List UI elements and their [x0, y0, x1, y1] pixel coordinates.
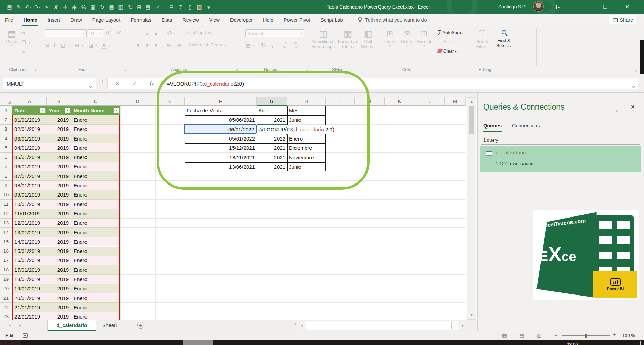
row-header-4[interactable]: 4: [0, 134, 12, 143]
filter-dropdown-icon[interactable]: ▼: [40, 108, 46, 113]
row-header-3[interactable]: 3: [0, 125, 12, 134]
calendar-header-month-name[interactable]: Month Name▼: [71, 106, 120, 115]
sales-header[interactable]: Mes: [287, 106, 326, 115]
ribbon-tab-file[interactable]: File: [0, 14, 18, 26]
ribbon-tab-formulas[interactable]: Formulas: [125, 14, 156, 26]
row-header-19[interactable]: 19: [0, 275, 12, 284]
ribbon-tab-power-pivot[interactable]: Power Pivot: [279, 14, 315, 26]
sales-cell-year[interactable]: 2021: [257, 153, 287, 162]
italic-button[interactable]: I: [54, 42, 55, 48]
column-header-H[interactable]: H: [287, 97, 326, 106]
sales-cell-month[interactable]: Enero: [287, 134, 326, 143]
formula-bar-resizer[interactable]: ⋮: [100, 79, 105, 85]
paste-values-icon[interactable]: %: [79, 0, 88, 14]
row-header-21[interactable]: 21: [0, 293, 12, 303]
paste-special-icon[interactable]: ▤▾: [144, 0, 153, 14]
format-painter-button[interactable]: ✑: [21, 49, 26, 55]
grow-font-button[interactable]: A▴: [106, 30, 111, 36]
zoom-in-button[interactable]: +: [613, 332, 616, 338]
vertical-scroll-thumb[interactable]: [469, 106, 474, 134]
number-format-combo[interactable]: General ▾: [245, 29, 304, 37]
clear-filter-icon[interactable]: ✘: [51, 0, 60, 14]
number-dialog-launcher[interactable]: ↘: [306, 68, 308, 71]
hscroll-left-icon[interactable]: ◂: [298, 321, 305, 330]
shrink-font-button[interactable]: A▾: [117, 30, 121, 35]
spelling-icon[interactable]: ✓: [153, 0, 162, 14]
column-header-D[interactable]: D: [120, 97, 155, 106]
sheet-nav-right-icon[interactable]: ▸: [19, 323, 22, 328]
restore-button[interactable]: ❐: [598, 0, 613, 14]
account-name[interactable]: Santiago S.P.: [498, 0, 526, 14]
row-header-6[interactable]: 6: [0, 153, 12, 162]
align-center-icon[interactable]: ≡: [146, 42, 149, 48]
pane-collapse-icon[interactable]: [615, 107, 618, 113]
sales-cell-month[interactable]: Junio: [287, 162, 326, 171]
query-name[interactable]: d_calendario: [496, 149, 526, 156]
page-layout-view-icon[interactable]: ▤: [519, 332, 524, 338]
column-header-I[interactable]: I: [326, 97, 355, 106]
autosum-qat-icon[interactable]: ∑: [176, 0, 185, 14]
select-all-corner[interactable]: [0, 97, 12, 106]
font-dialog-launcher[interactable]: ↘: [124, 68, 126, 71]
align-middle-icon[interactable]: ≡: [146, 31, 149, 36]
share-button[interactable]: Share: [609, 15, 636, 24]
font-size-combo[interactable]: 11 ▾: [88, 29, 103, 37]
autosum-button[interactable]: ∑ AutoSum ▾: [438, 29, 463, 35]
cancel-button[interactable]: ✕: [112, 78, 123, 89]
new-document-icon[interactable]: ▯: [185, 0, 195, 14]
row-header-2[interactable]: 2: [0, 115, 12, 124]
tabbar-resizer[interactable]: ⋮: [293, 322, 297, 327]
insert-cells-button[interactable]: ⊞ Insert▾: [382, 29, 398, 47]
print-preview-icon[interactable]: ◉: [70, 0, 79, 14]
pane-close-icon[interactable]: ✕: [630, 103, 635, 111]
align-bottom-icon[interactable]: ≡: [155, 31, 158, 37]
print-icon[interactable]: ▣: [88, 0, 98, 14]
minimize-button[interactable]: —: [576, 0, 591, 14]
clipboard-dialog-launcher[interactable]: ↘: [34, 68, 37, 71]
taskbar-item[interactable]: [183, 340, 213, 345]
fill-button[interactable]: ↓ Fill ▾: [438, 39, 452, 44]
zoom-level[interactable]: 100 %: [622, 333, 635, 338]
sales-cell-month[interactable]: Noviembre: [287, 153, 326, 162]
conditional-formatting-button[interactable]: ◫ ConditionalFormatting ▾: [311, 29, 336, 50]
column-header-E[interactable]: E: [155, 97, 185, 106]
qat-customize-icon[interactable]: ▾: [204, 0, 213, 14]
align-right-icon[interactable]: ≡: [155, 42, 158, 48]
sales-cell-date[interactable]: 18/11/2021: [185, 153, 257, 162]
cell-styles-button[interactable]: ◧ CellStyles ▾: [359, 29, 377, 50]
bold-button[interactable]: B: [45, 42, 49, 48]
sales-cell-date[interactable]: 05/01/2022: [185, 134, 257, 143]
copy-button[interactable]: ❐: [21, 40, 26, 46]
query-item[interactable]: d_calendario 1.127 rows loaded.: [480, 146, 641, 172]
decrease-indent-button[interactable]: ⇤: [167, 42, 171, 48]
column-header-M[interactable]: M: [445, 97, 466, 106]
format-as-table-button[interactable]: ▦ Format asTable ▾: [337, 29, 359, 50]
row-header-15[interactable]: 15: [0, 237, 12, 246]
view-grid-icon[interactable]: ⊞: [135, 0, 144, 14]
expand-formula-bar-icon[interactable]: [632, 82, 634, 89]
edit-table-icon[interactable]: ▨: [195, 0, 204, 14]
calendar-header-date[interactable]: Date▼: [12, 106, 47, 115]
sales-cell-date[interactable]: 13/06/2021: [185, 162, 257, 171]
row-header-11[interactable]: 11: [0, 200, 12, 209]
scroll-down-icon[interactable]: ▼: [467, 311, 476, 319]
formula-text[interactable]: =VLOOKUP(F3;d_calendario;2;0): [167, 78, 244, 89]
horizontal-scrollbar[interactable]: [305, 321, 459, 330]
undo-icon[interactable]: ↶▾: [23, 0, 33, 14]
formula-input-area[interactable]: ✕ ✓ fx =VLOOKUP(F3;d_calendario;2;0): [107, 78, 638, 89]
decrease-decimal-button[interactable]: .00 →.0: [292, 42, 298, 48]
resize-icon[interactable]: ✛: [60, 0, 70, 14]
sort-filter-button[interactable]: A▼Z Sort &Filter ▾: [473, 29, 492, 50]
column-header-J[interactable]: J: [355, 97, 385, 106]
tell-me-box[interactable]: Tell me what you want to do: [357, 14, 427, 26]
row-header-18[interactable]: 18: [0, 265, 12, 275]
increase-indent-button[interactable]: ⇥: [177, 42, 181, 48]
refresh-icon[interactable]: ↻: [98, 0, 107, 14]
ribbon-tab-draw[interactable]: Draw: [65, 14, 87, 26]
sales-header[interactable]: Fecha de Venta: [185, 106, 257, 115]
row-header-16[interactable]: 16: [0, 247, 12, 256]
comma-style-button[interactable]: ,: [271, 41, 273, 49]
accounting-format-button[interactable]: ▤: [246, 42, 251, 48]
column-header-G[interactable]: G: [257, 97, 287, 106]
row-header-8[interactable]: 8: [0, 171, 12, 181]
